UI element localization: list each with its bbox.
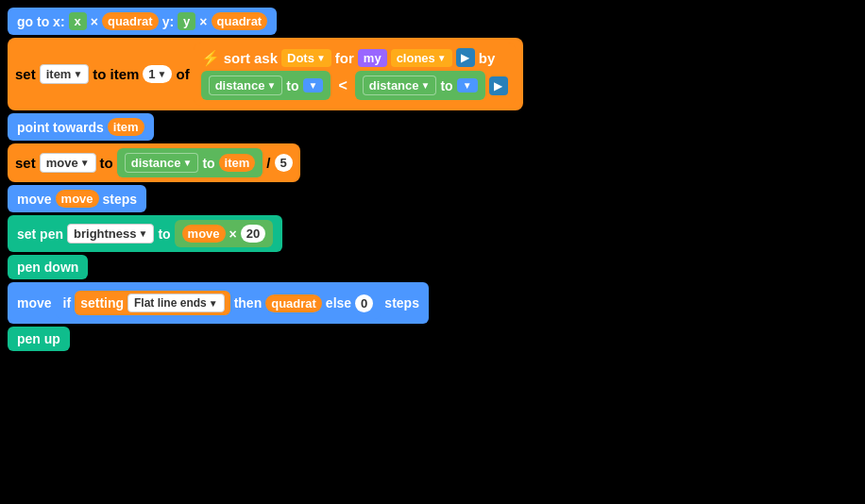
- to-label2: to: [286, 78, 298, 93]
- distance1-arrow: ▼: [266, 80, 276, 91]
- x-value: x: [75, 14, 81, 28]
- if-label: if: [63, 295, 72, 311]
- set-item-outer: set item ▼ to item 1 ▼ of ⚡ sort ask Dot…: [8, 38, 523, 110]
- move-steps-block: move move steps: [8, 185, 146, 212]
- row-move-if: move if setting Flat line ends ▼ then qu…: [8, 282, 857, 324]
- lightning-icon: ⚡: [201, 49, 220, 67]
- dots-dropdown[interactable]: Dots ▼: [281, 49, 331, 67]
- steps-label: steps: [103, 192, 138, 207]
- move-if-steps: steps: [384, 295, 419, 311]
- pen-up-label: pen up: [17, 331, 60, 346]
- item-word: item: [110, 66, 140, 82]
- row-point-towards: point towards item: [8, 113, 857, 141]
- of-label: of: [176, 66, 189, 82]
- quadrat2-value: quadrat: [217, 14, 263, 28]
- to1-arrow: ▼: [309, 80, 318, 91]
- to2-dropdown[interactable]: ▼: [457, 78, 478, 92]
- if-then-else-block: if setting Flat line ends ▼ then quadrat…: [56, 287, 382, 319]
- row-pen-up: pen up: [8, 327, 857, 351]
- distance-dropdown[interactable]: distance ▼: [125, 153, 199, 173]
- point-towards-item[interactable]: item: [108, 118, 144, 136]
- point-towards-label: point towards: [17, 120, 104, 135]
- row-pen-down: pen down: [8, 255, 857, 279]
- times-num-field[interactable]: 20: [241, 225, 265, 243]
- clones-dropdown[interactable]: clones ▼: [391, 49, 452, 67]
- zero-field[interactable]: 0: [355, 294, 373, 312]
- quadrat-field[interactable]: quadrat: [265, 294, 322, 312]
- set-label: set: [15, 66, 36, 82]
- sort-chevron-right1[interactable]: ▶: [456, 48, 475, 67]
- move-times-20-block: move × 20: [175, 220, 274, 247]
- lt-label: <: [338, 77, 347, 94]
- to1-dropdown[interactable]: ▼: [303, 78, 324, 92]
- row-go-to: go to x: x × quadrat y: y × quadrat: [8, 8, 857, 35]
- item-var-arrow: ▼: [73, 69, 82, 79]
- set-move-block: set move ▼ to distance ▼ to item / 5: [8, 143, 300, 182]
- move-var-times-field[interactable]: move: [182, 225, 226, 243]
- distance-to-item-block: distance ▼ to item: [117, 148, 263, 177]
- times1-label: ×: [91, 14, 98, 29]
- set-move-to: to: [100, 155, 113, 171]
- distance-block1: distance ▼ to ▼: [201, 71, 331, 100]
- pen-down-block: pen down: [8, 255, 88, 279]
- row-set-item: set item ▼ to item 1 ▼ of ⚡ sort ask Dot…: [8, 38, 857, 110]
- move-var-dropdown[interactable]: move ▼: [40, 153, 96, 173]
- go-to-block: go to x: x × quadrat y: y × quadrat: [8, 8, 277, 35]
- brightness-dropdown[interactable]: brightness ▼: [67, 224, 154, 244]
- distance2-dropdown[interactable]: distance ▼: [363, 76, 437, 95]
- go-to-label: go to x:: [17, 14, 65, 29]
- times2-label: ×: [199, 14, 207, 29]
- point-towards-block: point towards item: [8, 113, 154, 141]
- div-num-field[interactable]: 5: [275, 154, 293, 172]
- sort-label: sort: [224, 50, 250, 66]
- sort-row1: ⚡ sort ask Dots ▼ for my clones ▼ ▶ by: [201, 48, 508, 67]
- move-if-label: move: [17, 295, 52, 311]
- sort-chevron-right2[interactable]: ▶: [489, 76, 508, 95]
- item-var-dropdown[interactable]: item ▼: [40, 64, 90, 84]
- flat-line-ends-dropdown[interactable]: Flat line ends ▼: [127, 294, 225, 312]
- move-var-field[interactable]: move: [56, 190, 99, 208]
- setting-block: setting Flat line ends ▼: [75, 291, 229, 315]
- row-set-move: set move ▼ to distance ▼ to item / 5: [8, 143, 857, 182]
- flat-line-ends-arrow: ▼: [209, 298, 218, 309]
- distance-block2: distance ▼ to ▼: [355, 71, 485, 100]
- item-num-arrow: ▼: [158, 69, 167, 79]
- move-if-block: move if setting Flat line ends ▼ then qu…: [8, 282, 429, 324]
- row-move-move: move move steps: [8, 185, 857, 212]
- sort-block: ⚡ sort ask Dots ▼ for my clones ▼ ▶ by: [194, 42, 516, 106]
- quadrat2-field[interactable]: quadrat: [212, 12, 268, 30]
- y-colon-label: y:: [162, 14, 174, 29]
- pen-brightness-to: to: [158, 227, 170, 242]
- distance2-arrow: ▼: [421, 80, 431, 91]
- set-move-label: set: [15, 155, 36, 171]
- item-num-field[interactable]: 1 ▼: [143, 65, 172, 83]
- move-var-arrow: ▼: [80, 158, 90, 168]
- to-label3: to: [440, 78, 452, 93]
- to2-arrow: ▼: [463, 80, 472, 91]
- row-set-pen-brightness: set pen brightness ▼ to move × 20: [8, 215, 857, 252]
- move-label: move: [17, 192, 52, 207]
- ask-label: ask: [254, 50, 278, 66]
- then-label: then: [234, 295, 263, 311]
- distance-item-field[interactable]: item: [219, 154, 256, 172]
- else-label: else: [326, 295, 351, 311]
- set-pen-brightness-block: set pen brightness ▼ to move × 20: [8, 215, 282, 252]
- my-field: my: [358, 49, 387, 67]
- distance1-dropdown[interactable]: distance ▼: [209, 76, 283, 95]
- pen-up-block: pen up: [8, 327, 70, 351]
- set-pen-label: set pen: [17, 227, 63, 242]
- by-label: by: [479, 50, 496, 66]
- quadrat1-value: quadrat: [108, 14, 153, 28]
- x-field[interactable]: x: [69, 12, 87, 30]
- y-value: y: [183, 14, 190, 28]
- div-label: /: [266, 155, 270, 171]
- pen-down-label: pen down: [17, 260, 78, 275]
- clones-arrow: ▼: [437, 53, 447, 63]
- setting-label: setting: [80, 295, 124, 311]
- distance-to-label: to: [202, 156, 214, 171]
- to-label: to: [93, 66, 106, 82]
- quadrat1-field[interactable]: quadrat: [102, 12, 159, 30]
- y-field[interactable]: y: [178, 12, 195, 30]
- for-label: for: [335, 50, 354, 66]
- sort-row2: distance ▼ to ▼ < distance ▼ to: [201, 71, 508, 100]
